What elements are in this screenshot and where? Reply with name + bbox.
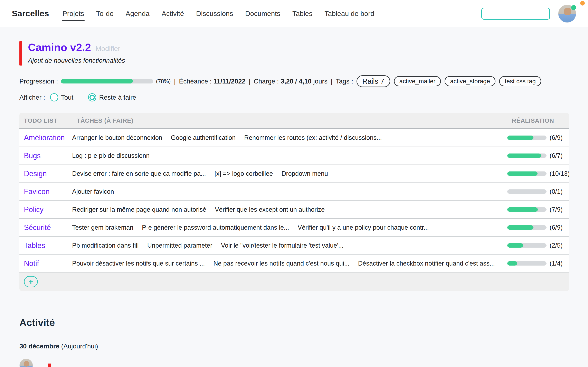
task-item: Vérifier que les except ont un authorize bbox=[215, 206, 325, 213]
todo-list-link-securite[interactable]: Sécurité bbox=[24, 223, 51, 232]
task-item: Renommer les routes (ex: activité / disc… bbox=[244, 134, 382, 142]
row-progress-fraction: (0/1) bbox=[550, 188, 563, 195]
task-list: Log : p-e pb de discussionn bbox=[72, 152, 507, 159]
todo-list-link-favicon[interactable]: Favicon bbox=[24, 187, 50, 196]
nav-item-documents[interactable]: Documents bbox=[245, 10, 280, 17]
row-progress-bar bbox=[507, 135, 546, 140]
add-todo-list-button[interactable]: + bbox=[24, 276, 38, 287]
task-item: Unpermitted parameter bbox=[147, 242, 213, 249]
nav-item-todo[interactable]: To-do bbox=[96, 10, 114, 17]
row-progress-fraction: (10/13) bbox=[550, 170, 569, 177]
activity-date: 30 décembre (Aujourd'hui) bbox=[19, 342, 569, 350]
table-row: Favicon Ajouter favicon (0/1) bbox=[19, 183, 569, 201]
row-progress-fraction: (6/7) bbox=[550, 152, 563, 159]
nav-menu: Projets To-do Agenda Activité Discussion… bbox=[62, 10, 374, 17]
todo-list-link-notif[interactable]: Notif bbox=[24, 259, 39, 267]
row-progress-bar bbox=[507, 153, 546, 158]
activity-section: Activité 30 décembre (Aujourd'hui) Vous … bbox=[19, 317, 569, 367]
todo-table: TODO LIST TÂCHES (À FAIRE) RÉALISATION A… bbox=[19, 113, 569, 291]
project-meta-row: Progression : (78%) | Échéance : 11/11/2… bbox=[19, 75, 569, 87]
task-item: Ajouter favicon bbox=[72, 188, 114, 195]
task-item: Log : p-e pb de discussionn bbox=[72, 152, 150, 159]
task-list: Arranger le bouton déconnexion Google au… bbox=[72, 134, 507, 142]
brand-logo[interactable]: Sarcelles bbox=[12, 9, 49, 18]
user-avatar-wrap bbox=[558, 5, 576, 23]
nav-item-tableau-de-bord[interactable]: Tableau de bord bbox=[324, 10, 374, 17]
project-subtitle: Ajout de nouvelles fonctionnalités bbox=[28, 57, 125, 66]
search-input[interactable] bbox=[482, 8, 550, 19]
nav-item-tables[interactable]: Tables bbox=[292, 10, 312, 17]
task-item: Tester gem brakeman bbox=[72, 224, 133, 231]
row-progress-fraction: (2/5) bbox=[550, 242, 563, 249]
activity-accent-bar bbox=[48, 364, 51, 367]
filter-option-tout[interactable]: Tout bbox=[50, 93, 73, 101]
activity-entry: Vous avez terminé 'commentaire visible p… bbox=[19, 359, 569, 367]
row-progress-fraction: (6/9) bbox=[550, 224, 563, 231]
table-row: Tables Pb modification dans fill Unpermi… bbox=[19, 237, 569, 255]
progress-label: Progression : bbox=[19, 78, 58, 85]
table-row: Policy Rediriger sur la même page quand … bbox=[19, 201, 569, 219]
col-header-realisation: RÉALISATION bbox=[507, 117, 569, 124]
todo-list-link-amelioration[interactable]: Amélioration bbox=[24, 133, 65, 142]
nav-item-projets[interactable]: Projets bbox=[62, 10, 84, 17]
radio-reste-a-faire[interactable] bbox=[88, 93, 96, 101]
row-progress-bar bbox=[507, 207, 546, 212]
task-list: Rediriger sur la même page quand non aut… bbox=[72, 206, 507, 213]
charge-label: Charge : bbox=[254, 78, 279, 85]
tags-list: Rails 7 active_mailer active_storage tes… bbox=[357, 75, 541, 87]
charge-unit: jours bbox=[313, 78, 327, 85]
task-list: Pouvoir désactiver les notifs que sur ce… bbox=[72, 260, 507, 267]
task-item: Arranger le bouton déconnexion bbox=[72, 134, 162, 142]
task-item: Pb modification dans fill bbox=[72, 242, 139, 249]
tag-test-css-tag[interactable]: test css tag bbox=[499, 76, 541, 86]
table-row: Amélioration Arranger le bouton déconnex… bbox=[19, 129, 569, 147]
task-item: Devise error : faire en sorte que ça mod… bbox=[72, 170, 206, 177]
row-progress-bar bbox=[507, 243, 546, 248]
task-list: Pb modification dans fill Unpermitted pa… bbox=[72, 242, 507, 249]
task-item: Rediriger sur la même page quand non aut… bbox=[72, 206, 206, 213]
nav-right bbox=[481, 5, 576, 23]
table-row: Notif Pouvoir désactiver les notifs que … bbox=[19, 255, 569, 273]
col-header-taches: TÂCHES (À FAIRE) bbox=[72, 117, 507, 124]
row-progress-fraction: (6/9) bbox=[550, 134, 563, 142]
col-header-todo-list: TODO LIST bbox=[19, 117, 72, 124]
row-progress-bar bbox=[507, 171, 546, 176]
task-item: P-e générer le password automatiquement … bbox=[142, 224, 289, 231]
task-list: Tester gem brakeman P-e générer le passw… bbox=[72, 224, 507, 231]
todo-list-link-bugs[interactable]: Bugs bbox=[24, 151, 41, 160]
row-progress-bar bbox=[507, 261, 546, 266]
due-label: Échéance : bbox=[179, 78, 212, 85]
due-value: 11/11/2022 bbox=[213, 78, 246, 85]
row-progress-bar bbox=[507, 225, 546, 230]
table-footer: + bbox=[19, 273, 569, 291]
search-box bbox=[481, 8, 550, 20]
nav-item-agenda[interactable]: Agenda bbox=[126, 10, 150, 17]
task-item: Voir le "voir/tester le formulaire 'test… bbox=[221, 242, 343, 249]
tag-active-storage[interactable]: active_storage bbox=[444, 76, 495, 86]
todo-list-link-tables[interactable]: Tables bbox=[24, 241, 45, 250]
filter-option-reste-a-faire[interactable]: Reste à faire bbox=[88, 93, 136, 101]
task-list: Ajouter favicon bbox=[72, 188, 507, 195]
activity-entry-text: Vous avez terminé 'commentaire visible p… bbox=[55, 364, 356, 367]
nav-item-activite[interactable]: Activité bbox=[162, 10, 184, 17]
task-item: [x] => logo corbeillee bbox=[214, 170, 273, 177]
table-row: Sécurité Tester gem brakeman P-e générer… bbox=[19, 219, 569, 237]
project-header: Camino v2.2 Modifier Ajout de nouvelles … bbox=[19, 41, 569, 66]
radio-tout[interactable] bbox=[50, 93, 58, 101]
row-progress-fraction: (7/9) bbox=[550, 206, 563, 213]
task-item: Pouvoir désactiver les notifs que sur ce… bbox=[72, 260, 205, 267]
main-content: Camino v2.2 Modifier Ajout de nouvelles … bbox=[0, 41, 588, 367]
task-item: Désactiver la checkbox notifier quand c'… bbox=[358, 260, 495, 267]
todo-list-link-design[interactable]: Design bbox=[24, 169, 47, 178]
project-accent-bar bbox=[19, 41, 22, 66]
table-header: TODO LIST TÂCHES (À FAIRE) RÉALISATION bbox=[19, 113, 569, 129]
edit-project-link[interactable]: Modifier bbox=[96, 45, 120, 53]
row-progress-bar bbox=[507, 189, 546, 194]
tag-rails7[interactable]: Rails 7 bbox=[357, 75, 390, 87]
tag-active-mailer[interactable]: active_mailer bbox=[394, 76, 441, 86]
task-list: Devise error : faire en sorte que ça mod… bbox=[72, 170, 507, 177]
todo-list-link-policy[interactable]: Policy bbox=[24, 205, 43, 214]
task-item: Dropdown menu bbox=[281, 170, 328, 177]
progress-percent: (78%) bbox=[156, 78, 171, 84]
nav-item-discussions[interactable]: Discussions bbox=[196, 10, 233, 17]
